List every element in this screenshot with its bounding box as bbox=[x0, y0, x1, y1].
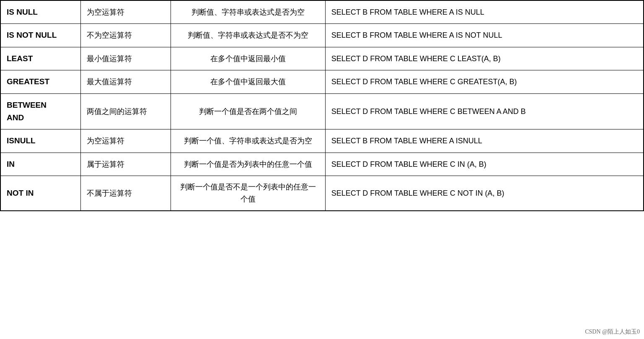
operator-description: 为空运算符 bbox=[81, 129, 171, 153]
operator-explanation: 在多个值中返回最小值 bbox=[171, 47, 325, 70]
table-row: IS NOT NULL不为空运算符判断值、字符串或表达式是否不为空SELECT … bbox=[0, 24, 644, 47]
operator-description: 为空运算符 bbox=[81, 0, 171, 24]
operator-name: ISNULL bbox=[0, 129, 81, 153]
operator-explanation: 判断一个值是否在两个值之间 bbox=[171, 93, 325, 129]
operator-example: SELECT D FROM TABLE WHERE C BETWEEN A AN… bbox=[325, 93, 644, 129]
operator-name: GREATEST bbox=[0, 70, 81, 93]
operator-example: SELECT D FROM TABLE WHERE C NOT IN (A, B… bbox=[325, 176, 644, 211]
operator-example: SELECT B FROM TABLE WHERE A IS NOT NULL bbox=[325, 24, 644, 47]
table-row: IS NULL为空运算符判断值、字符串或表达式是否为空SELECT B FROM… bbox=[0, 0, 644, 24]
operator-explanation: 判断一个值、字符串或表达式是否为空 bbox=[171, 129, 325, 153]
table-row: NOT IN不属于运算符判断一个值是否不是一个列表中的任意一个值SELECT D… bbox=[0, 176, 644, 211]
operator-name: LEAST bbox=[0, 47, 81, 70]
operator-example: SELECT B FROM TABLE WHERE A IS NULL bbox=[325, 0, 644, 24]
operator-example: SELECT D FROM TABLE WHERE C IN (A, B) bbox=[325, 153, 644, 176]
operator-description: 不属于运算符 bbox=[81, 176, 171, 211]
operator-name: IN bbox=[0, 153, 81, 176]
operator-example: SELECT D FROM TABLE WHERE C GREATEST(A, … bbox=[325, 70, 644, 93]
table-row: IN属于运算符判断一个值是否为列表中的任意一个值SELECT D FROM TA… bbox=[0, 153, 644, 176]
operator-description: 最小值运算符 bbox=[81, 47, 171, 70]
operator-explanation: 判断值、字符串或表达式是否为空 bbox=[171, 0, 325, 24]
operator-name: IS NULL bbox=[0, 0, 81, 24]
operator-name: NOT IN bbox=[0, 176, 81, 211]
operator-description: 属于运算符 bbox=[81, 153, 171, 176]
operator-explanation: 判断一个值是否为列表中的任意一个值 bbox=[171, 153, 325, 176]
operator-explanation: 判断值、字符串或表达式是否不为空 bbox=[171, 24, 325, 47]
watermark: CSDN @陌上人如玉0 bbox=[585, 328, 640, 336]
operator-example: SELECT B FROM TABLE WHERE A ISNULL bbox=[325, 129, 644, 153]
table-row: ISNULL为空运算符判断一个值、字符串或表达式是否为空SELECT B FRO… bbox=[0, 129, 644, 153]
operator-name: IS NOT NULL bbox=[0, 24, 81, 47]
operator-description: 最大值运算符 bbox=[81, 70, 171, 93]
operator-description: 不为空运算符 bbox=[81, 24, 171, 47]
table-row: GREATEST最大值运算符在多个值中返回最大值SELECT D FROM TA… bbox=[0, 70, 644, 93]
operator-explanation: 判断一个值是否不是一个列表中的任意一个值 bbox=[171, 176, 325, 211]
operator-name: BETWEEN AND bbox=[0, 93, 81, 129]
operator-description: 两值之间的运算符 bbox=[81, 93, 171, 129]
operator-example: SELECT D FROM TABLE WHERE C LEAST(A, B) bbox=[325, 47, 644, 70]
operators-table: IS NULL为空运算符判断值、字符串或表达式是否为空SELECT B FROM… bbox=[0, 0, 644, 211]
table-container: IS NULL为空运算符判断值、字符串或表达式是否为空SELECT B FROM… bbox=[0, 0, 644, 339]
table-row: LEAST最小值运算符在多个值中返回最小值SELECT D FROM TABLE… bbox=[0, 47, 644, 70]
table-row: BETWEEN AND两值之间的运算符判断一个值是否在两个值之间SELECT D… bbox=[0, 93, 644, 129]
operator-explanation: 在多个值中返回最大值 bbox=[171, 70, 325, 93]
